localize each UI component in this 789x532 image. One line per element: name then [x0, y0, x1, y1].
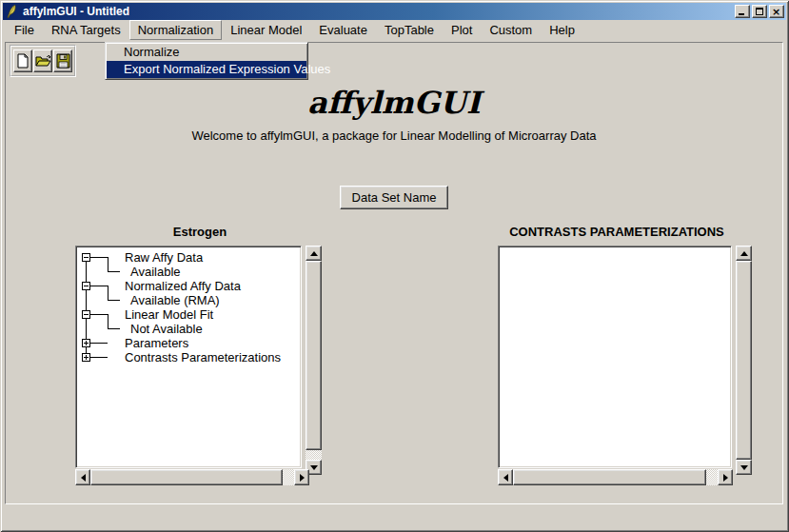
page-title: affylmGUI — [6, 85, 782, 121]
scrollbar-trough[interactable] — [513, 469, 718, 485]
new-file-icon — [16, 53, 30, 69]
scroll-left-icon[interactable] — [75, 469, 90, 485]
scroll-up-icon[interactable] — [306, 246, 322, 261]
menu-custom[interactable]: Custom — [481, 20, 541, 40]
scroll-up-icon[interactable] — [736, 246, 752, 261]
save-file-icon — [56, 53, 70, 69]
scrollbar-trough[interactable] — [306, 261, 322, 460]
menubar: File RNA Targets Normalization Linear Mo… — [3, 20, 786, 40]
right-horizontal-scrollbar[interactable] — [498, 469, 733, 485]
tree-row[interactable]: Normalized Affy Data — [76, 279, 301, 293]
collapse-icon[interactable] — [82, 282, 90, 290]
tree-row[interactable]: Available (RMA) — [76, 293, 301, 307]
scrollbar-thumb[interactable] — [306, 261, 322, 450]
expand-icon[interactable] — [82, 339, 90, 347]
menu-file[interactable]: File — [6, 20, 43, 40]
menu-plot[interactable]: Plot — [443, 20, 481, 40]
menu-item-export-normalized-expression-values[interactable]: Export Normalized Expression Values — [107, 61, 306, 78]
page-subtitle: Welcome to affylmGUI, a package for Line… — [6, 128, 782, 143]
data-set-name-button[interactable]: Data Set Name — [340, 186, 449, 209]
save-file-button[interactable] — [53, 49, 72, 72]
tree-item-label[interactable]: Available — [130, 265, 181, 279]
toolbar — [10, 45, 76, 77]
normalization-dropdown-menu: Normalize Export Normalized Expression V… — [105, 42, 308, 80]
maximize-button-icon[interactable] — [752, 5, 767, 18]
tree-row[interactable]: Parameters — [76, 336, 301, 350]
scroll-left-icon[interactable] — [498, 469, 513, 485]
menu-help[interactable]: Help — [541, 20, 583, 40]
scrollbar-thumb[interactable] — [90, 469, 283, 485]
tree-row[interactable]: Available — [76, 265, 301, 279]
menu-toptable[interactable]: TopTable — [376, 20, 443, 40]
scrollbar-thumb[interactable] — [736, 261, 752, 460]
tree-item-label[interactable]: Contrasts Parameterizations — [125, 350, 281, 365]
left-horizontal-scrollbar[interactable] — [75, 469, 309, 485]
menu-normalization[interactable]: Normalization — [129, 20, 222, 40]
scrollbar-trough[interactable] — [736, 261, 752, 460]
feather-icon — [5, 4, 20, 19]
left-panel-header: Estrogen — [75, 225, 325, 239]
scrollbar-trough[interactable] — [90, 469, 294, 485]
tree-item-label[interactable]: Normalized Affy Data — [125, 279, 241, 293]
tree-item-label[interactable]: Linear Model Fit — [125, 307, 213, 322]
scroll-right-icon[interactable] — [294, 469, 309, 485]
scroll-right-icon[interactable] — [718, 469, 733, 485]
open-file-icon — [35, 53, 51, 69]
right-panel-header: CONTRASTS PARAMETERIZATIONS — [492, 225, 741, 239]
scrollbar-thumb[interactable] — [513, 469, 706, 485]
titlebar[interactable]: affylmGUI - Untitled × — [3, 3, 786, 20]
status-tree[interactable]: Raw Affy Data Available Normalized Affy … — [75, 246, 302, 468]
app-window: affylmGUI - Untitled × File RNA Targets … — [0, 0, 789, 532]
open-file-button[interactable] — [33, 49, 52, 72]
tree-item-label[interactable]: Not Available — [130, 322, 203, 336]
minimize-button-icon[interactable] — [735, 5, 750, 18]
tree-item-label[interactable]: Parameters — [125, 336, 188, 350]
new-file-button[interactable] — [13, 49, 32, 72]
tree-item-label[interactable]: Raw Affy Data — [125, 250, 203, 265]
contrasts-listbox[interactable] — [498, 246, 732, 468]
menu-linear-model[interactable]: Linear Model — [222, 20, 310, 40]
content-frame: affylmGUI Welcome to affylmGUI, a packag… — [5, 42, 783, 504]
menu-rna-targets[interactable]: RNA Targets — [43, 20, 129, 40]
menu-evaluate[interactable]: Evaluate — [310, 20, 376, 40]
menu-item-normalize[interactable]: Normalize — [107, 44, 306, 61]
collapse-icon[interactable] — [82, 310, 90, 319]
tree-row[interactable]: Raw Affy Data — [76, 250, 301, 265]
close-button-icon[interactable]: × — [769, 5, 784, 18]
tree-row[interactable]: Not Available — [76, 322, 301, 336]
collapse-icon[interactable] — [82, 253, 90, 262]
tree-item-label[interactable]: Available (RMA) — [130, 293, 220, 307]
tree-row[interactable]: Linear Model Fit — [76, 307, 301, 322]
scroll-down-icon[interactable] — [736, 460, 752, 475]
left-vertical-scrollbar[interactable] — [306, 246, 322, 475]
window-title: affylmGUI - Untitled — [23, 3, 735, 20]
tree-content: Raw Affy Data Available Normalized Affy … — [76, 246, 301, 467]
tree-row[interactable]: Contrasts Parameterizations — [76, 350, 301, 365]
expand-icon[interactable] — [82, 353, 90, 362]
right-vertical-scrollbar[interactable] — [736, 246, 752, 475]
